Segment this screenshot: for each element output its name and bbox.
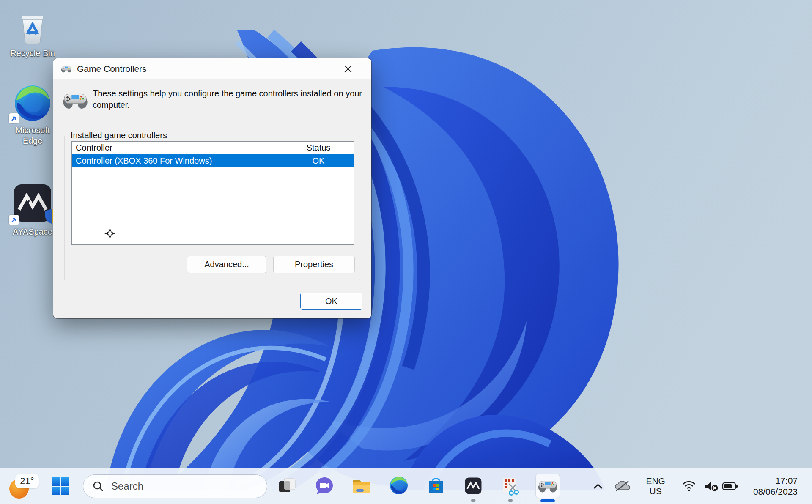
shortcut-arrow-badge [9,215,19,225]
gamepad-icon-large [62,90,88,112]
advanced-button[interactable]: Advanced... [187,256,266,273]
desktop-icon-ayaspace[interactable]: AYASpace [6,178,59,237]
gamepad-icon [538,478,558,493]
battery-icon [722,482,738,491]
file-explorer-button[interactable] [349,474,374,498]
microsoft-store-icon [426,476,446,496]
taskbar: 21° Search [0,468,812,504]
desktop-icon-label: Recycle Bin [6,48,59,59]
installed-controllers-groupbox: Installed game controllers Controller St… [64,136,360,280]
dialog-title: Game Controllers [77,64,147,74]
snipping-tool-button[interactable] [498,474,523,498]
gamepad-icon [61,65,72,73]
shortcut-arrow-badge [9,113,19,123]
taskbar-app-icons [275,474,560,498]
start-button[interactable] [50,476,71,496]
cell-controller-status: OK [283,156,354,166]
language-indicator[interactable]: ENG US [646,476,665,496]
speaker-muted-icon [704,480,719,492]
sparkle-cursor [104,227,116,241]
windows-logo-icon [51,477,70,496]
weather-widget[interactable]: 21° [6,471,47,501]
desktop-icon-label: AYASpace [6,227,59,237]
file-explorer-icon [351,476,372,496]
search-placeholder: Search [111,480,143,492]
wifi-icon [682,481,696,492]
onedrive-status-button[interactable] [614,480,631,492]
close-button[interactable] [338,61,358,77]
language-line1: ENG [646,476,665,486]
ayaspace-button[interactable] [461,474,486,498]
tray-date: 08/06/2023 [753,486,798,497]
edge-button[interactable] [387,474,411,498]
ok-button[interactable]: OK [300,293,362,310]
table-header: Controller Status [72,142,354,154]
chat-icon [315,476,334,496]
edge-icon [14,85,51,123]
chat-button[interactable] [312,474,337,498]
column-header-controller[interactable]: Controller [72,142,283,154]
system-tray: ENG US [593,468,812,504]
game-controllers-dialog: Game Controllers These settings help you… [53,58,371,318]
search-icon [93,481,104,492]
language-line2: US [646,486,665,496]
running-indicator [508,499,513,502]
task-view-icon [277,476,297,496]
battery-button[interactable] [722,482,738,491]
recycle-bin-icon [17,12,48,47]
ayaspace-icon [464,476,483,496]
groupbox-label: Installed game controllers [68,131,170,140]
desktop-icon-microsoft-edge[interactable]: Microsoft Edge [6,85,59,146]
snipping-tool-icon [501,476,520,496]
desktop: Recycle Bin Microsoft Edge [0,0,812,504]
task-view-button[interactable] [275,474,299,498]
cell-controller-name: Controller (XBOX 360 For Windows) [72,156,283,166]
cloud-offline-icon [614,480,631,492]
microsoft-store-button[interactable] [424,474,448,498]
dialog-description-row: These settings help you configure the ga… [62,85,363,112]
temperature-badge: 21° [15,474,39,488]
properties-button[interactable]: Properties [273,256,355,273]
running-indicator [471,499,476,502]
tray-time: 17:07 [753,475,798,486]
clock[interactable]: 17:07 08/06/2023 [753,475,798,497]
desktop-icon-recycle-bin[interactable]: Recycle Bin [6,5,59,59]
close-icon [343,64,353,74]
active-window-indicator [540,499,555,502]
edge-icon [389,476,409,496]
hidden-icons-button[interactable] [593,483,604,490]
wifi-button[interactable] [682,481,696,492]
desktop-icon-label: Microsoft Edge [6,125,59,146]
volume-muted-button[interactable] [704,480,719,492]
dialog-description: These settings help you configure the ga… [93,85,363,112]
search-input[interactable]: Search [83,474,267,498]
dialog-titlebar: Game Controllers [53,58,371,79]
chevron-up-icon [593,483,604,490]
game-controllers-button[interactable] [535,474,560,498]
column-header-status[interactable]: Status [283,143,354,153]
table-row[interactable]: Controller (XBOX 360 For Windows) OK [72,154,354,167]
